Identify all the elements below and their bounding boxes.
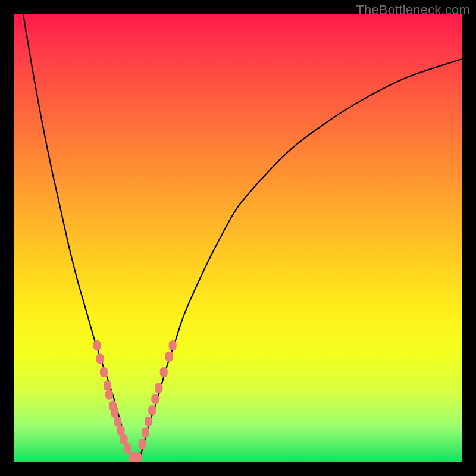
highlight-markers — [93, 340, 177, 462]
marker-dot — [160, 367, 168, 377]
marker-dot — [148, 405, 156, 415]
marker-dot — [155, 383, 162, 393]
marker-dot — [169, 340, 177, 350]
marker-dot — [151, 394, 159, 404]
watermark-text: TheBottleneck.com — [356, 2, 470, 18]
marker-dot — [124, 443, 131, 453]
marker-dot — [114, 416, 121, 427]
marker-dot — [165, 352, 173, 362]
marker-dot — [120, 434, 128, 444]
bottleneck-plot — [14, 14, 462, 462]
marker-dot — [105, 390, 113, 400]
marker-dot — [134, 452, 142, 462]
marker-dot — [96, 354, 104, 364]
chart-frame — [14, 14, 462, 462]
marker-dot — [139, 439, 146, 449]
marker-dot — [104, 381, 111, 391]
bottleneck-curve — [23, 14, 462, 461]
marker-dot — [145, 416, 152, 427]
marker-dot — [117, 425, 125, 436]
marker-dot — [93, 340, 101, 350]
marker-dot — [111, 408, 118, 418]
marker-dot — [100, 367, 108, 377]
marker-dot — [142, 428, 149, 438]
